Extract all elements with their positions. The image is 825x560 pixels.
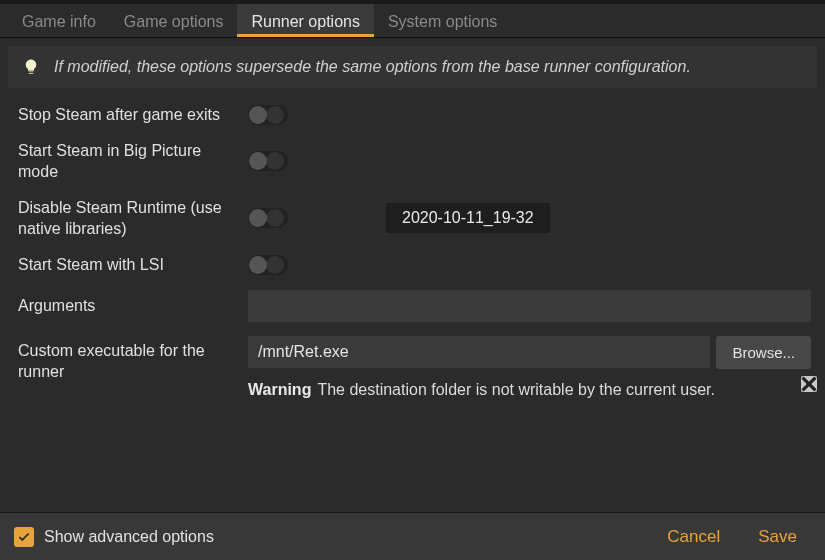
svg-rect-0 [29, 71, 34, 73]
warning-message: Warning The destination folder is not wr… [248, 381, 811, 399]
options-grid: Stop Steam after game exits Start Steam … [0, 96, 825, 407]
arguments-input[interactable] [248, 290, 811, 322]
toggle-big-picture[interactable] [248, 151, 288, 171]
label-stop-steam: Stop Steam after game exits [18, 104, 248, 126]
lightbulb-icon [22, 58, 40, 76]
toggle-stop-steam[interactable] [248, 105, 288, 125]
toggle-disable-runtime[interactable] [248, 208, 288, 228]
info-banner-text: If modified, these options supersede the… [54, 58, 691, 76]
label-disable-runtime: Disable Steam Runtime (use native librar… [18, 197, 248, 240]
content-area: If modified, these options supersede the… [0, 38, 825, 512]
tab-runner-options[interactable]: Runner options [237, 4, 374, 37]
browse-button[interactable]: Browse... [716, 336, 811, 369]
advanced-label: Show advanced options [44, 528, 214, 546]
info-banner: If modified, these options supersede the… [8, 46, 817, 88]
save-button[interactable]: Save [744, 521, 811, 553]
label-arguments: Arguments [18, 295, 248, 317]
label-custom-exec: Custom executable for the runner [18, 336, 248, 383]
tabs-bar: Game info Game options Runner options Sy… [0, 4, 825, 38]
label-lsi: Start Steam with LSI [18, 254, 248, 276]
tab-system-options[interactable]: System options [374, 4, 511, 37]
close-icon[interactable] [801, 376, 817, 392]
warning-prefix: Warning [248, 381, 311, 399]
cancel-button[interactable]: Cancel [653, 521, 734, 553]
toggle-lsi[interactable] [248, 255, 288, 275]
label-big-picture: Start Steam in Big Picture mode [18, 140, 248, 183]
tab-game-info[interactable]: Game info [8, 4, 110, 37]
tab-game-options[interactable]: Game options [110, 4, 238, 37]
custom-exec-input[interactable] [248, 336, 710, 368]
warning-text: The destination folder is not writable b… [317, 381, 715, 399]
footer-bar: Show advanced options Cancel Save [0, 512, 825, 560]
advanced-checkbox[interactable] [14, 527, 34, 547]
tooltip-timestamp: 2020-10-11_19-32 [386, 203, 550, 233]
